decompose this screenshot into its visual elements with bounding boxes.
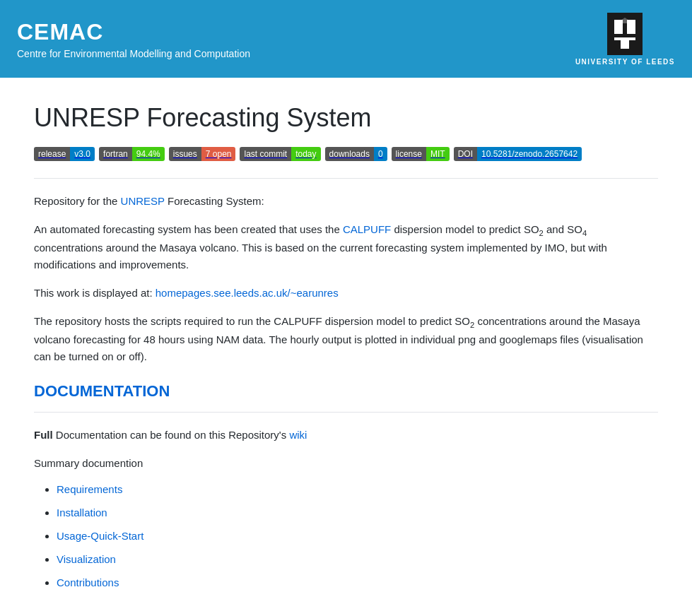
list-item: Contributions [57, 576, 658, 588]
header-banner: CEMAC Centre for Environmental Modelling… [0, 0, 692, 78]
svg-rect-4 [621, 40, 629, 49]
badge-doi[interactable]: DOI 10.5281/zenodo.2657642 [454, 147, 582, 161]
page-title: UNRESP Forecasting System [34, 103, 658, 133]
list-item: Installation [57, 507, 658, 519]
badge-last-commit[interactable]: last commit today [240, 147, 320, 161]
university-name: UNIVERSITY OF LEEDS [575, 58, 675, 66]
header-title-block: CEMAC Centre for Environmental Modelling… [17, 19, 250, 59]
badge-downloads[interactable]: downloads 0 [325, 147, 387, 161]
list-item: Visualization [57, 553, 658, 565]
badges-row: release v3.0 fortran 94.4% issues 7 open… [34, 147, 658, 161]
repo-paragraph: The repository hosts the scripts require… [34, 313, 658, 365]
summary-text: Summary documention [34, 455, 658, 472]
documentation-heading: DOCUMENTATION [34, 382, 658, 401]
badge-release[interactable]: release v3.0 [34, 147, 95, 161]
visualization-link[interactable]: Visualization [57, 553, 116, 565]
badge-license[interactable]: license MIT [392, 147, 450, 161]
divider-1 [34, 178, 658, 179]
badge-fortran[interactable]: fortran 94.4% [99, 147, 165, 161]
org-subtitle: Centre for Environmental Modelling and C… [17, 48, 250, 59]
list-item: Usage-Quick-Start [57, 530, 658, 542]
list-item: Requirements [57, 483, 658, 495]
installation-link[interactable]: Installation [57, 507, 107, 519]
requirements-link[interactable]: Requirements [57, 483, 122, 495]
intro-paragraph: Repository for the UNRESP Forecasting Sy… [34, 193, 658, 210]
contributions-link[interactable]: Contributions [57, 576, 119, 588]
usage-quickstart-link[interactable]: Usage-Quick-Start [57, 530, 143, 542]
section-divider [34, 412, 658, 413]
homepages-link[interactable]: homepages.see.leeds.ac.uk/~earunres [156, 287, 339, 299]
display-paragraph: This work is displayed at: homepages.see… [34, 285, 658, 302]
university-logo: UNIVERSITY OF LEEDS [575, 13, 675, 66]
full-docs-paragraph: Full Documentation can be found on this … [34, 427, 658, 444]
full-label: Full [34, 429, 53, 441]
so2-paragraph: An automated forecasting system has been… [34, 221, 658, 273]
badge-issues[interactable]: issues 7 open [169, 147, 236, 161]
svg-rect-3 [614, 37, 635, 40]
wiki-link[interactable]: wiki [289, 429, 307, 441]
docs-list: Requirements Installation Usage-Quick-St… [34, 483, 658, 588]
calpuff-link[interactable]: CALPUFF [343, 223, 391, 235]
unresp-link[interactable]: UNRESP [121, 195, 165, 207]
org-title: CEMAC [17, 19, 250, 45]
